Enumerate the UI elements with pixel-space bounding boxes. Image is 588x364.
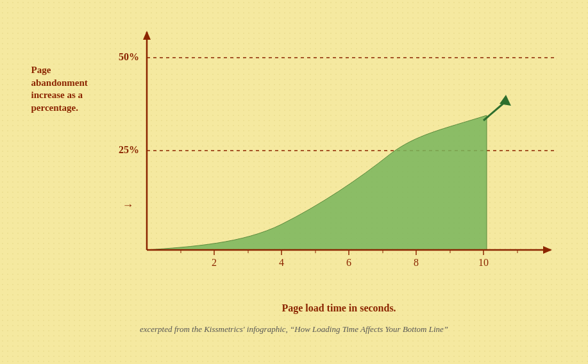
y-axis-label: Page abandonment increase as a percentag… — [31, 64, 88, 114]
x-axis-label: Page load time in seconds. — [115, 302, 564, 314]
svg-marker-5 — [143, 31, 151, 40]
svg-marker-7 — [543, 246, 552, 254]
svg-text:8: 8 — [414, 257, 419, 268]
svg-text:4: 4 — [279, 257, 284, 268]
svg-marker-3 — [500, 95, 511, 106]
svg-text:2: 2 — [212, 257, 217, 268]
svg-text:10: 10 — [478, 257, 489, 268]
chart-svg: 2 4 6 8 10 50% 25% — [115, 26, 564, 308]
svg-text:6: 6 — [346, 257, 351, 268]
chart-container: Page abandonment increase as a percentag… — [12, 13, 576, 340]
svg-text:25%: 25% — [119, 144, 139, 155]
footer-citation: excerpted from the Kissmetrics' infograp… — [12, 324, 576, 335]
svg-text:50%: 50% — [119, 51, 139, 62]
